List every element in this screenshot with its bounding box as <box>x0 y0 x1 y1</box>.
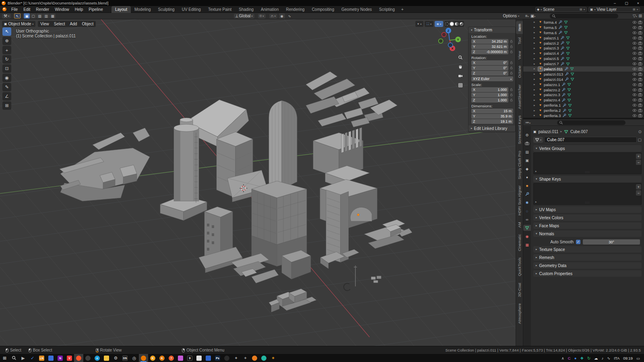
tray-volume[interactable]: ♪ <box>601 356 603 360</box>
breadcrumb-object[interactable]: palazzi.011 <box>539 130 559 134</box>
hide-eye-icon[interactable] <box>632 108 637 113</box>
taskbar-onenote-icon[interactable]: N <box>56 354 65 362</box>
expand-icon[interactable]: ▸ <box>534 104 537 107</box>
outliner-item-palazzo.4[interactable]: ▸▼palazzo.4 <box>523 97 644 103</box>
outliner-item-palazzi.3[interactable]: ▸▼palazzi.3 <box>523 45 644 51</box>
disable-render-icon[interactable] <box>638 103 642 107</box>
lock-icon[interactable] <box>510 93 513 97</box>
taskbar-blender-mini-icon[interactable] <box>250 354 259 362</box>
snap-toggle[interactable]: ∩▾ <box>269 14 277 19</box>
close-button[interactable]: × <box>632 0 644 6</box>
options-dropdown[interactable]: Options▾ <box>503 14 519 18</box>
copy-scene-icon[interactable]: ⊞ <box>580 8 582 11</box>
properties-tab-particles[interactable]: ✱ <box>523 200 531 206</box>
breadcrumb-data[interactable]: Cube.007 <box>570 130 588 134</box>
taskbar-purple-app-icon[interactable] <box>176 354 185 362</box>
disable-render-icon[interactable] <box>638 41 642 45</box>
hide-eye-icon[interactable] <box>632 93 637 97</box>
outliner-item-periferia.3[interactable]: ▸▼periferia.3 <box>523 113 644 118</box>
sidebar-tab-octane[interactable]: Octane <box>516 63 523 81</box>
hide-eye-icon[interactable] <box>632 72 637 76</box>
expand-icon[interactable]: ▸ <box>534 83 537 86</box>
transform-tool-button[interactable]: ◉ <box>2 74 11 82</box>
mesh-name-field[interactable]: Cube.007 <box>544 137 637 143</box>
camera-view-icon[interactable] <box>457 72 464 80</box>
remove-item-button[interactable]: − <box>636 160 641 165</box>
taskbar-dark-circle-app-icon[interactable] <box>222 354 231 362</box>
menu-help[interactable]: Help <box>72 6 86 13</box>
wireframe-shading-icon[interactable] <box>445 22 449 26</box>
workspace-tab-sculpting[interactable]: Sculpting <box>155 6 178 13</box>
disable-render-icon[interactable] <box>638 93 642 97</box>
sidebar-tab-am[interactable]: AM <box>516 219 523 230</box>
taskbar-cursor-app-icon[interactable]: ▶ <box>19 354 28 362</box>
disable-render-icon[interactable] <box>638 77 642 82</box>
lock-icon[interactable] <box>510 39 513 44</box>
hide-eye-icon[interactable] <box>632 41 637 45</box>
tweak-tool-button[interactable]: ↖ <box>2 27 11 36</box>
lock-icon[interactable] <box>510 61 513 65</box>
lock-icon[interactable] <box>510 50 513 54</box>
disable-render-icon[interactable] <box>638 62 642 66</box>
taskbar-blue-app-icon[interactable] <box>46 354 56 362</box>
disable-render-icon[interactable] <box>638 82 642 87</box>
expand-icon[interactable]: ▸ <box>534 52 537 55</box>
expand-icon[interactable]: ▸ <box>534 31 537 34</box>
outliner-item-palazzi.013[interactable]: ▸▼palazzi.013 <box>523 72 644 77</box>
workspace-tab-shading[interactable]: Shading <box>235 6 257 13</box>
sidebar-tab-hdri-sun-aligner[interactable]: HDRI Sun Aligner <box>516 183 523 218</box>
display-mode-dropdown[interactable]: ≡▾ <box>525 14 529 18</box>
select-invert-icon[interactable]: ▥ <box>43 13 49 19</box>
cursor-tool-button[interactable]: ⊕ <box>2 37 11 45</box>
expand-icon[interactable]: ▸ <box>534 57 537 60</box>
sidebar-tab-atmosphere[interactable]: Atmosphere <box>516 300 523 327</box>
taskbar-ps-app-icon[interactable]: Ps <box>213 354 222 362</box>
viewport-menu-select[interactable]: Select <box>52 22 68 26</box>
tray-dropbox[interactable]: ❖ <box>580 356 584 360</box>
hide-eye-icon[interactable] <box>632 31 637 35</box>
lock-icon[interactable] <box>510 66 513 70</box>
properties-tab-texture[interactable]: ▦ <box>523 242 531 248</box>
transform-panel-header[interactable]: ▾Transform <box>469 27 515 33</box>
viewport-menu-add[interactable]: Add <box>68 22 80 26</box>
taskbar-check-app-icon[interactable]: ✓ <box>28 354 37 362</box>
show-overlays-dropdown[interactable]: ⛶▾ <box>425 21 433 27</box>
transform-scale-x-field[interactable]: X1.000 <box>471 87 508 92</box>
navigation-gizmo[interactable]: Z Y X <box>437 27 462 52</box>
expand-icon[interactable]: ▸ <box>534 21 537 24</box>
taskbar-keyshot2-icon[interactable]: K <box>157 354 167 362</box>
sidebar-tab-assetsketcher[interactable]: AssetSketcher <box>516 82 523 112</box>
taskbar-edge-icon[interactable]: e <box>93 354 102 362</box>
workspace-tab-scripting[interactable]: Scripting <box>376 6 398 13</box>
view-layer-selector[interactable]: ▣ ▾ View Layer ⊞ × <box>588 7 640 12</box>
hide-eye-icon[interactable] <box>632 51 637 56</box>
zoom-icon[interactable] <box>457 54 464 61</box>
properties-tab-material[interactable]: ◉ <box>523 233 531 239</box>
ortho-grid-icon[interactable] <box>457 82 464 89</box>
panel-face-maps[interactable]: ▸Face Maps <box>533 222 642 229</box>
panel-uv-maps[interactable]: ▸UV Maps <box>533 206 642 213</box>
transform-dimensions-z-field[interactable]: Z19.1 m <box>471 119 513 124</box>
add-item-button[interactable]: + <box>636 154 641 159</box>
pivot-point-dropdown[interactable]: ⌾▾ <box>258 14 266 19</box>
resize-grip[interactable]: :::: <box>585 201 590 204</box>
outliner-item-palazzo.1[interactable]: ▸▼palazzo.1 <box>523 82 644 87</box>
panel-list-box[interactable]: ▸::::+− <box>533 152 642 174</box>
tray-cloud[interactable]: ☁ <box>594 356 598 360</box>
disable-render-icon[interactable] <box>638 67 642 71</box>
transform-rotation-z-field[interactable]: Z0° <box>471 71 508 76</box>
panel-normals[interactable]: ▾Normals <box>533 230 642 237</box>
tray-lang[interactable]: ITA <box>614 356 619 360</box>
menu-pipeline[interactable]: Pipeline <box>86 6 106 13</box>
rotate-tool-button[interactable]: ↻ <box>2 55 11 64</box>
hide-eye-icon[interactable] <box>632 36 637 40</box>
taskbar-blender-icon[interactable] <box>139 354 148 362</box>
properties-tab-scene[interactable]: ◆ <box>523 166 531 172</box>
scene-selector[interactable]: ◆ ▾ Scene ⊞ × <box>535 7 587 12</box>
transform-location-x-field[interactable]: X34.252 m <box>471 39 508 44</box>
select-box-icon[interactable]: ▣ <box>24 13 30 19</box>
panel-vertex-groups[interactable]: ▾Vertex Groups <box>533 145 642 152</box>
disable-render-icon[interactable] <box>638 98 642 102</box>
disable-render-icon[interactable] <box>638 88 642 92</box>
outliner-item-palazzi.014[interactable]: ▸▼palazzi.014 <box>523 77 644 82</box>
